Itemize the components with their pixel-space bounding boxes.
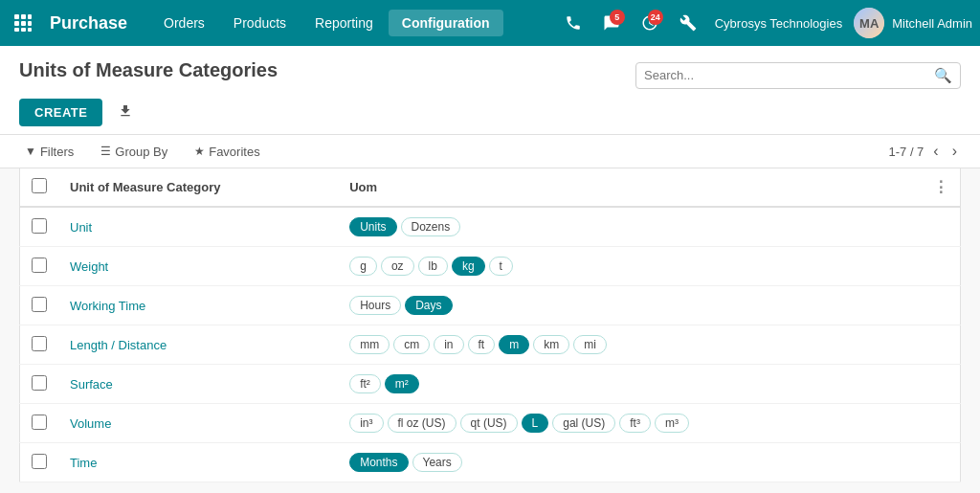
- nav-reporting[interactable]: Reporting: [301, 10, 387, 36]
- row-checkbox[interactable]: [32, 415, 47, 430]
- uom-tag[interactable]: in: [434, 335, 463, 354]
- category-link[interactable]: Surface: [70, 377, 113, 392]
- uom-tag[interactable]: oz: [381, 257, 414, 276]
- grid-icon[interactable]: [8, 8, 38, 38]
- uom-tags: HoursDays: [349, 296, 910, 315]
- row-checkbox[interactable]: [32, 218, 47, 234]
- table-wrap: Unit of Measure Category Uom ⋮ UnitUnits…: [0, 168, 980, 482]
- uom-tag[interactable]: m²: [385, 374, 419, 393]
- svg-rect-7: [21, 28, 26, 32]
- row-checkbox[interactable]: [32, 258, 47, 273]
- pagination: 1-7 / 7 ‹ ›: [888, 141, 961, 162]
- company-name: Cybrosys Technologies: [715, 16, 842, 31]
- create-button[interactable]: CREATE: [19, 99, 102, 126]
- uom-tag[interactable]: cm: [393, 335, 430, 354]
- chat-badge: 5: [610, 10, 625, 25]
- table-header-row: Unit of Measure Category Uom ⋮: [20, 168, 961, 207]
- options-icon[interactable]: ⋮: [933, 179, 948, 195]
- prev-page-button[interactable]: ‹: [929, 141, 942, 162]
- search-bar-wrap: 🔍: [278, 62, 961, 89]
- uom-tag[interactable]: km: [533, 335, 569, 354]
- clock-icon-btn[interactable]: 24: [635, 8, 665, 38]
- category-link[interactable]: Weight: [70, 259, 108, 274]
- row-checkbox[interactable]: [32, 297, 47, 312]
- uom-tag[interactable]: mi: [573, 335, 607, 354]
- topnav-menu: Orders Products Reporting Configuration: [150, 10, 554, 36]
- select-all-col[interactable]: [20, 168, 59, 207]
- avatar[interactable]: MA: [854, 8, 884, 38]
- uom-tag[interactable]: t: [489, 257, 513, 276]
- category-link[interactable]: Volume: [70, 416, 111, 431]
- pagination-info: 1-7 / 7: [888, 145, 924, 159]
- search-input[interactable]: [644, 68, 934, 82]
- uom-tag[interactable]: ft²: [349, 374, 381, 393]
- page-header: Units of Measure Categories 🔍 CREATE: [0, 46, 980, 135]
- uom-tag[interactable]: ft: [468, 335, 496, 354]
- table-row: Weightgozlbkgt: [20, 247, 961, 286]
- chat-icon-btn[interactable]: 5: [596, 8, 627, 38]
- groupby-button[interactable]: ☰ Group By: [95, 142, 173, 162]
- nav-products[interactable]: Products: [220, 10, 300, 36]
- toolbar: CREATE: [19, 99, 961, 126]
- svg-rect-8: [28, 28, 32, 32]
- uom-tag[interactable]: gal (US): [552, 414, 615, 433]
- groupby-icon: ☰: [100, 145, 111, 158]
- svg-rect-1: [21, 14, 26, 19]
- uom-tag[interactable]: Units: [349, 217, 396, 236]
- uom-tag[interactable]: L: [522, 414, 549, 433]
- uom-tag[interactable]: ft³: [619, 414, 651, 433]
- username[interactable]: Mitchell Admin: [892, 16, 972, 31]
- next-page-button[interactable]: ›: [948, 141, 961, 162]
- phone-icon-btn[interactable]: [558, 8, 589, 38]
- uom-tag[interactable]: Months: [349, 453, 408, 472]
- table-row: Length / Distancemmcminftmkmmi: [20, 325, 961, 365]
- category-link[interactable]: Length / Distance: [70, 338, 167, 352]
- uom-tag[interactable]: m³: [655, 414, 689, 433]
- category-link[interactable]: Unit: [70, 220, 92, 235]
- uom-tag[interactable]: lb: [418, 257, 448, 276]
- col-category[interactable]: Unit of Measure Category: [58, 168, 338, 207]
- filters-label: Filters: [40, 145, 74, 159]
- uom-tag[interactable]: m: [499, 335, 529, 354]
- download-button[interactable]: [110, 100, 141, 126]
- nav-configuration[interactable]: Configuration: [389, 10, 503, 36]
- svg-rect-0: [14, 14, 19, 19]
- uom-tag[interactable]: Hours: [349, 296, 401, 315]
- nav-orders[interactable]: Orders: [150, 10, 218, 36]
- col-uom[interactable]: Uom: [338, 168, 922, 207]
- uom-tags: MonthsYears: [349, 453, 910, 472]
- row-checkbox[interactable]: [32, 454, 47, 469]
- topnav-right: 5 24 Cybrosys Technologies MA Mitchell A…: [558, 8, 972, 38]
- row-checkbox[interactable]: [32, 375, 47, 391]
- uom-tag[interactable]: g: [349, 257, 377, 276]
- select-all-checkbox[interactable]: [32, 178, 47, 193]
- categories-table: Unit of Measure Category Uom ⋮ UnitUnits…: [19, 168, 961, 482]
- uom-tag[interactable]: Years: [412, 453, 462, 472]
- uom-tag[interactable]: Days: [405, 296, 452, 315]
- category-link[interactable]: Time: [70, 456, 97, 470]
- search-bar[interactable]: 🔍: [635, 62, 961, 89]
- uom-tag[interactable]: in³: [349, 414, 383, 433]
- uom-tag[interactable]: fl oz (US): [388, 414, 457, 433]
- table-body: UnitUnitsDozensWeightgozlbkgtWorking Tim…: [20, 207, 961, 482]
- svg-rect-3: [14, 21, 19, 26]
- search-icon: 🔍: [934, 67, 952, 84]
- avatar-initials: MA: [854, 8, 884, 38]
- col-options[interactable]: ⋮: [922, 168, 961, 207]
- uom-tag[interactable]: mm: [349, 335, 390, 354]
- table-row: Surfaceft²m²: [20, 365, 961, 404]
- category-link[interactable]: Working Time: [70, 299, 145, 313]
- table-row: UnitUnitsDozens: [20, 207, 961, 247]
- uom-tags: mmcminftmkmmi: [349, 335, 910, 354]
- clock-badge: 24: [648, 10, 663, 25]
- app-name[interactable]: Purchase: [42, 13, 135, 34]
- favorites-button[interactable]: ★ Favorites: [189, 142, 265, 162]
- uom-tag[interactable]: qt (US): [460, 414, 518, 433]
- row-checkbox[interactable]: [32, 336, 47, 351]
- topnav: Purchase Orders Products Reporting Confi…: [0, 0, 980, 46]
- tools-icon-btn[interactable]: [673, 8, 703, 38]
- filters-button[interactable]: ▼ Filters: [19, 142, 79, 162]
- uom-tag[interactable]: Dozens: [401, 217, 461, 236]
- uom-tag[interactable]: kg: [452, 257, 485, 276]
- svg-rect-5: [28, 21, 32, 26]
